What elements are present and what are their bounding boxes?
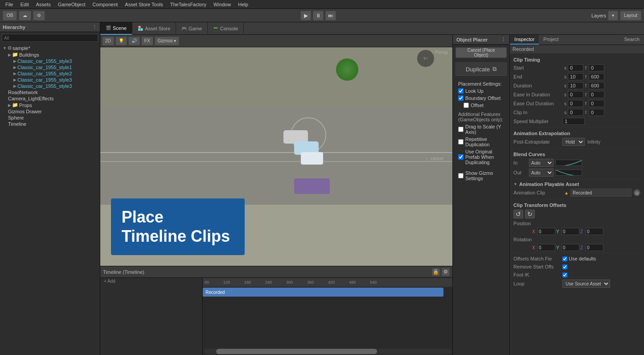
loop-row: Loop Use Source Asset On Off [512,279,642,289]
object-placer-options[interactable]: ⋮ [501,37,506,42]
start-s-input[interactable] [568,64,583,71]
tab-asset-store[interactable]: 🏪Asset Store [132,22,176,35]
timeline-clip[interactable]: Recorded [203,288,443,297]
list-item[interactable]: Gizmos Drawer [1,108,99,115]
menu-edit[interactable]: Edit [17,2,33,7]
menu-help[interactable]: Help [234,2,252,7]
tab-project[interactable]: Project [539,35,563,45]
repetitive-duplication-checkbox[interactable] [458,139,464,144]
hierarchy-search[interactable] [2,34,98,42]
list-item[interactable]: Sphere [1,115,99,121]
list-item[interactable]: ▶Classic_car_1955_style1 [1,64,99,70]
layers-area: Layers ▾ Layout [591,11,641,21]
ob-button[interactable]: OB [3,11,17,21]
ease-out-f-input[interactable] [589,100,604,107]
rot-z-input[interactable] [586,244,603,251]
step-button[interactable]: ⏭ [325,11,336,21]
use-defaults-checkbox[interactable] [562,256,567,261]
timeline-scrollbar[interactable] [204,349,451,354]
expand-icon[interactable]: ▼ [513,182,517,186]
menu-window[interactable]: Window [210,2,234,7]
tab-inspector[interactable]: Inspector [510,35,539,45]
hierarchy-panel: Hierarchy ⋮ ▼⊙sample* ▶📁Buildings ▶Class… [0,22,100,355]
pos-y-input[interactable] [562,228,579,235]
settings-button[interactable]: ⚙ [33,11,45,21]
pos-z-input[interactable] [586,228,603,235]
blend-out-select[interactable]: Auto Linear Ease Out [529,169,554,177]
clip-in-s-input[interactable] [568,109,583,116]
foot-ik-checkbox[interactable] [562,272,567,277]
pos-x-input[interactable] [537,228,555,235]
list-item[interactable]: ▼⊙sample* [1,45,99,51]
ease-in-s-input[interactable] [568,91,583,98]
list-item[interactable]: ▶Classic_car_1955_style2 [1,70,99,77]
clip-in-f-input[interactable] [589,109,604,116]
menu-component[interactable]: Component [89,2,121,7]
tab-game[interactable]: 🎮Game [176,22,208,35]
anim-clip-select-btn[interactable]: ◎ [633,189,640,196]
offset-checkbox[interactable] [464,103,469,108]
tl-settings-btn[interactable]: ⚙ [442,268,450,276]
list-item[interactable]: ▶Classic_car_1955_style3 [1,58,99,64]
add-track-button[interactable]: + Add [100,278,202,285]
post-extrapolate-label: Post-Extrapolate [513,139,562,144]
tab-console[interactable]: 📟Console [208,22,244,35]
list-item[interactable]: ▶📁Buildings [1,51,99,58]
boundary-offset-checkbox[interactable] [458,95,464,101]
hierarchy-options-icon[interactable]: ⋮ [92,24,97,30]
post-extrapolate-select[interactable]: Hold None Loop [562,138,585,146]
tl-lock-btn[interactable]: 🔒 [432,268,440,276]
rot-x-input[interactable] [537,244,555,251]
inspector-clip-title: Recorded [510,45,644,54]
pause-button[interactable]: ⏸ [313,11,324,21]
scrollbar-thumb[interactable] [216,349,377,354]
scene-light-btn[interactable]: 💡 [115,37,127,45]
list-item[interactable]: Camera_LightEffects [1,95,99,102]
speed-multiplier-input[interactable] [562,118,585,125]
tab-search[interactable]: Search [619,35,644,45]
rot-y-input[interactable] [562,244,579,251]
list-item[interactable]: Timeline [1,121,99,127]
end-f-input[interactable] [589,73,604,80]
scene-gizmos-btn[interactable]: Gizmos ▾ [155,37,180,45]
show-gizmo-checkbox[interactable] [458,173,464,178]
layers-dropdown[interactable]: ▾ [608,11,618,21]
drag-to-scale-checkbox[interactable] [458,127,464,132]
scene-fx-btn[interactable]: FX [141,37,153,45]
list-item[interactable]: RoadNetwork [1,89,99,95]
list-item[interactable]: ▶Classic_car_1955_style3 [1,83,99,89]
cancel-place-button[interactable]: Cancel (Place Object) [455,47,507,58]
animation-clip-input[interactable] [570,189,632,197]
end-s-input[interactable] [568,73,583,80]
menu-file[interactable]: File [2,2,17,7]
list-item[interactable]: ▶Classic_car_1955_style3 [1,77,99,83]
start-f-input[interactable] [589,64,604,71]
menu-thetalesfactory[interactable]: TheTalesFactory [167,2,210,7]
offsets-match-btn[interactable]: ↻ [525,210,535,219]
animation-extrapolation-title: Animation Extrapolation [512,129,642,137]
tab-scene[interactable]: 🎬Scene [100,22,132,35]
scene-audio-btn[interactable]: 🔊 [128,37,140,45]
duration-s-input[interactable] [568,82,583,89]
cloud-button[interactable]: ☁ [19,11,31,21]
timeline-header: Timeline (Timeline) 🔒 ⚙ [100,266,452,278]
remove-start-checkbox[interactable] [562,264,567,269]
blend-in-select[interactable]: Auto Linear Ease In [529,159,554,167]
menu-gameobject[interactable]: GameObject [54,2,89,7]
scene-2d-btn[interactable]: 2D [102,37,114,45]
menu-assets[interactable]: Assets [33,2,54,7]
loop-select[interactable]: Use Source Asset On Off [562,280,610,288]
offsets-reset-btn[interactable]: ↺ [513,210,523,219]
timeline-ruler: 60 120 180 240 300 360 420 480 540 [203,278,452,287]
ease-out-s-input[interactable] [568,100,583,107]
nav-gizmo[interactable]: Y↑ [417,50,435,67]
menu-assetstore[interactable]: Asset Store Tools [121,2,166,7]
look-up-checkbox[interactable] [458,88,464,94]
play-button[interactable]: ▶ [300,11,311,21]
duration-f-input[interactable] [589,82,604,89]
ease-in-f-input[interactable] [589,91,604,98]
use-original-checkbox[interactable] [458,154,464,160]
layout-button[interactable]: Layout [620,11,641,21]
list-item[interactable]: ▶📁Props [1,102,99,108]
infinity-label: Infinity [587,140,600,144]
